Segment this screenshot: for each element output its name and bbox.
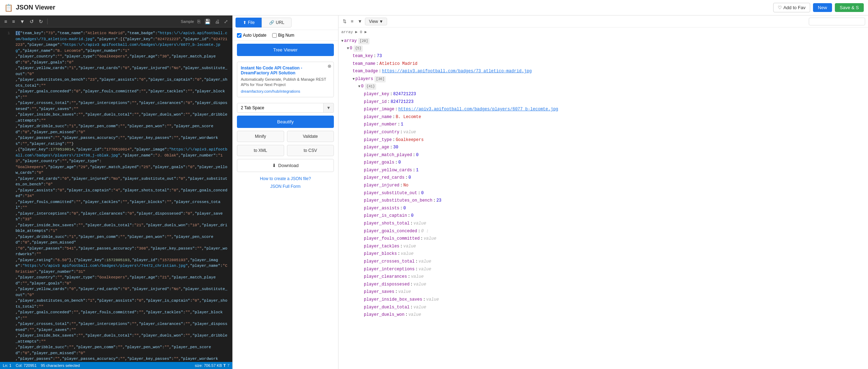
big-num-label[interactable]: Big Num bbox=[272, 33, 294, 38]
tab-file[interactable]: ⬆ File bbox=[236, 18, 262, 27]
status-cursor-icon: T bbox=[227, 363, 230, 368]
minify-button[interactable]: Minify bbox=[237, 131, 284, 142]
undo-icon[interactable]: ↺ bbox=[28, 18, 35, 25]
player-saves-val: value bbox=[398, 288, 411, 296]
left-panel: ≡ ≡ ▼ ↺ ↻ Sample ⎘ 💾 🖨 ⤢ 1 [{"team_key":… bbox=[0, 16, 233, 369]
player-id-val: 824721223 bbox=[391, 98, 414, 106]
tree-breadcrumb: array ▶ 0 ▶ bbox=[341, 29, 865, 36]
copy-icon[interactable]: ⎘ bbox=[196, 18, 202, 25]
redo-icon[interactable]: ↻ bbox=[37, 18, 44, 25]
player-goals-conceded-val: 0 : bbox=[421, 228, 429, 235]
indent-select[interactable]: 2 Tab Space 4 Tab Space 2 Spaces 4 Space… bbox=[237, 103, 324, 113]
tree-player-0: ▼ 0 {41} bbox=[341, 83, 865, 91]
right-toolbar-icons: ⇅ ≡ ▼ bbox=[341, 18, 363, 25]
beautify-button[interactable]: Beautify bbox=[237, 116, 334, 128]
player-crosses-total-val: value bbox=[418, 258, 431, 266]
header-right: ♡ Add to Fav New Save & S bbox=[773, 3, 864, 12]
team-key-val: 73 bbox=[377, 53, 382, 60]
collapse-all-icon[interactable]: ≡ bbox=[349, 18, 355, 25]
player-injured-val: No bbox=[403, 182, 408, 190]
tree-content: array ▶ 0 ▶ ▼ array [20] ▼ 0 {5} team_ke… bbox=[338, 27, 868, 369]
help-link[interactable]: How to create a JSON file? bbox=[233, 175, 338, 183]
player-inside-box-saves-val: value bbox=[426, 296, 439, 304]
player-interceptions-val: value bbox=[418, 266, 431, 273]
download-button[interactable]: ⬇ Download bbox=[237, 159, 334, 172]
search-input-right[interactable] bbox=[809, 18, 865, 25]
tree-player-name: player_name : B. Lecomte bbox=[341, 113, 865, 121]
item0-label: 0 bbox=[350, 45, 352, 53]
tree-player-type: player_type : Goalkeepers bbox=[341, 136, 865, 144]
header-left: 📋 JSON Viewer bbox=[4, 4, 55, 12]
player-key-val: 824721223 bbox=[393, 91, 416, 98]
tree-player-dispossesed: player_dispossesed : value bbox=[341, 281, 865, 289]
player-tackles-val: value bbox=[403, 243, 416, 251]
expand-icon[interactable]: ⤢ bbox=[222, 18, 230, 25]
view-button[interactable]: View ▼ bbox=[365, 18, 387, 25]
save-icon[interactable]: 💾 bbox=[203, 18, 212, 25]
json-form-link[interactable]: JSON Full Form bbox=[233, 183, 338, 190]
player-type-val: Goalkeepers bbox=[396, 136, 423, 144]
to-xml-button[interactable]: to XML bbox=[237, 145, 284, 156]
indent-select-arrow[interactable]: ▼ bbox=[324, 103, 334, 113]
tree-player-duels-total: player_duels_total : value bbox=[341, 304, 865, 312]
tree-player-crosses-total: player_crosses_total : value bbox=[341, 258, 865, 266]
status-left: Ln: 1 Col: 720951 95 characters selected bbox=[3, 363, 80, 368]
tree-array-root: ▼ array [20] bbox=[341, 37, 865, 45]
add-to-fav-button[interactable]: ♡ Add to Fav bbox=[773, 3, 810, 12]
player-yellow-cards-val: 1 bbox=[416, 167, 418, 174]
player0-label: 0 bbox=[361, 83, 363, 91]
filter-icon[interactable]: ▼ bbox=[18, 18, 26, 25]
player-goals-val: 0 bbox=[398, 159, 401, 167]
array-toggle[interactable]: ▼ bbox=[341, 38, 343, 44]
player0-count: {41} bbox=[365, 84, 376, 90]
link-icon: 🔗 bbox=[269, 20, 274, 25]
players-toggle[interactable]: ▼ bbox=[353, 76, 355, 82]
tree-viewer-button[interactable]: Tree Viewer bbox=[237, 44, 334, 56]
tree-players: ▼ players [36] bbox=[341, 75, 865, 83]
big-num-checkbox[interactable] bbox=[272, 33, 277, 38]
code-content[interactable]: [{"team_key":"73","team_name":"Atletico … bbox=[13, 29, 232, 361]
auto-update-checkbox[interactable] bbox=[237, 33, 242, 38]
item0-toggle[interactable]: ▼ bbox=[347, 45, 349, 52]
list-icon[interactable]: ≡ bbox=[11, 18, 16, 25]
filter-icon-right[interactable]: ▼ bbox=[356, 18, 364, 25]
player-shots-total-val: value bbox=[414, 220, 426, 228]
tree-team-badge: team_badge : https://apiv3.apifootball.c… bbox=[341, 68, 865, 75]
player-age-val: 30 bbox=[393, 144, 398, 152]
player-name-val: B. Lecomte bbox=[396, 113, 421, 121]
app-icon: 📋 bbox=[4, 4, 13, 12]
ad-close-button[interactable]: ⊗ bbox=[328, 63, 331, 69]
status-col: Col: 720951 bbox=[16, 363, 36, 368]
team-key-key: team_key bbox=[353, 53, 373, 60]
player-dispossesed-val: value bbox=[414, 281, 426, 289]
player-substitute-out-val: 0 bbox=[421, 190, 423, 197]
view-chevron-icon: ▼ bbox=[379, 19, 383, 24]
array-count: [20] bbox=[358, 38, 369, 44]
expand-all-icon[interactable]: ⇅ bbox=[341, 18, 348, 25]
auto-update-label[interactable]: Auto Update bbox=[237, 33, 267, 38]
toolbar-right: ⎘ 💾 🖨 ⤢ bbox=[196, 18, 230, 25]
player0-toggle[interactable]: ▼ bbox=[358, 84, 360, 90]
player-number-val: 1 bbox=[401, 121, 403, 129]
team-badge-val[interactable]: https://apiv3.apifootball.com/badges/73_… bbox=[382, 68, 532, 75]
menu-icon[interactable]: ≡ bbox=[3, 18, 8, 25]
tree-player-red-cards: player_red_cards : 0 bbox=[341, 174, 865, 182]
ad-link[interactable]: dreamfactory.com/hub/integrations bbox=[241, 89, 300, 93]
tree-player-image: player_image : https://apiv3.apifootball… bbox=[341, 106, 865, 113]
mid-options: Auto Update Big Num bbox=[233, 30, 338, 41]
to-csv-button[interactable]: to CSV bbox=[287, 145, 334, 156]
save-button[interactable]: Save & S bbox=[835, 3, 864, 12]
print-icon[interactable]: 🖨 bbox=[213, 18, 221, 25]
team-name-val: Atletico Madrid bbox=[379, 60, 417, 68]
tree-player-interceptions: player_interceptions : value bbox=[341, 266, 865, 273]
player-image-val[interactable]: https://apiv3.apifootball.com/badges/pla… bbox=[398, 106, 558, 113]
new-button[interactable]: New bbox=[813, 3, 832, 12]
player-clearances-val: value bbox=[411, 273, 424, 281]
tree-item-0: ▼ 0 {5} bbox=[341, 45, 865, 53]
code-editor[interactable]: 1 [{"team_key":"73","team_name":"Atletic… bbox=[0, 27, 232, 362]
tree-player-substitute-out: player_substitute_out : 0 bbox=[341, 190, 865, 197]
validate-button[interactable]: Validate bbox=[287, 131, 334, 142]
status-text-icon: T bbox=[224, 363, 226, 368]
tab-url[interactable]: 🔗 URL bbox=[262, 18, 292, 27]
tree-player-id: player_id : 824721223 bbox=[341, 98, 865, 106]
